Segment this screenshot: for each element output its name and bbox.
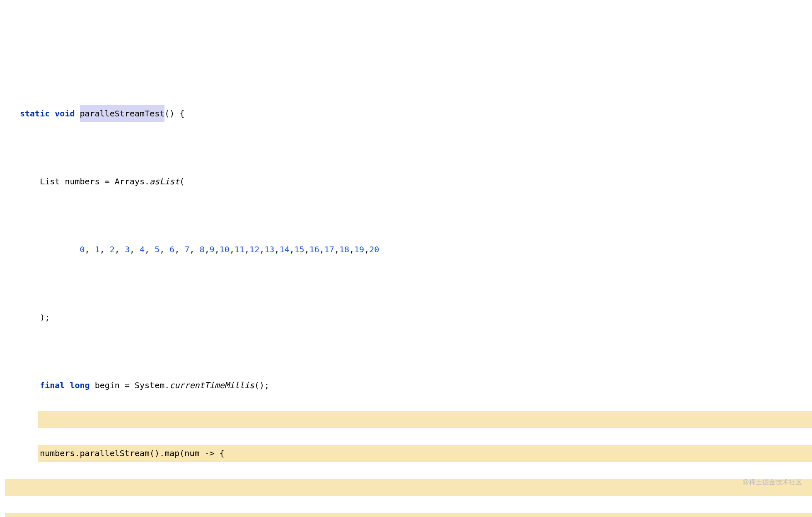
code-line: ); <box>5 309 50 326</box>
code-line: try { <box>5 513 85 517</box>
code-editor: static void paralleStreamTest() { List n… <box>5 71 812 517</box>
watermark: @稀土掘金技术社区 <box>742 474 802 490</box>
method-name: paralleStreamTest <box>80 109 165 118</box>
code-line: numbers.parallelStream().map(num -> { <box>5 445 225 462</box>
code-line: 0, 1, 2, 3, 4, 5, 6, 7, 8,9,10,11,12,13,… <box>5 241 379 258</box>
code-line: static void paralleStreamTest() { <box>5 105 184 122</box>
code-line: List numbers = Arrays.asList( <box>5 173 184 190</box>
code-line: final long begin = System.currentTimeMil… <box>5 377 269 394</box>
